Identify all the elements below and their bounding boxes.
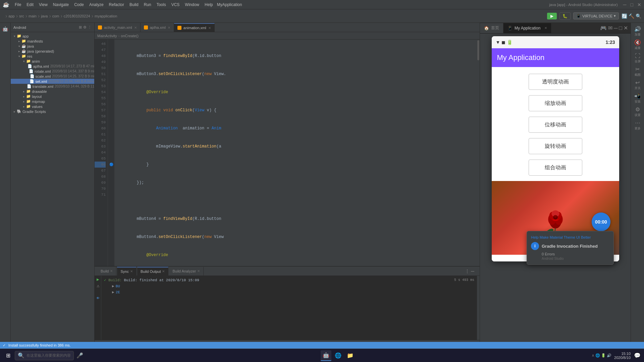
build-tab-analyzer[interactable]: Build Analyzer ✕ [169,267,204,276]
browser-tab-app[interactable]: 📱 My Application ✕ [503,23,551,33]
tree-item-rotate-xml[interactable]: ▸ 📄 rotate.xml 2020/8/10 14:54, 337 B 9 … [11,69,94,74]
tab-close-activity[interactable]: ✕ [134,26,137,29]
notification-icon: i [531,242,539,250]
toolbar-action-2[interactable]: 🔨 [629,13,634,19]
tree-item-drawable[interactable]: ▸ 📁 drawable [11,89,94,94]
menu-item-vcs[interactable]: VCS [169,2,182,8]
breadcrumb-mainactivity[interactable]: MainActivity [97,34,117,38]
build-panel-minimize-icon[interactable]: ─ [471,268,474,274]
taskbar-start[interactable]: ⊞ [3,350,13,361]
code-content[interactable]: mButton3 = findViewById(R.id.button mBut… [115,40,477,266]
app-tab-close[interactable]: ✕ [544,26,547,30]
right-icon-screenshot[interactable]: ✂ 截图 [632,66,644,78]
build-eye-icon[interactable]: 👁 [95,295,101,301]
build-tab-sync[interactable]: Sync ✕ [117,267,136,276]
maximize-button[interactable]: □ [631,2,633,7]
btn-alpha[interactable]: 透明度动画 [529,74,582,90]
preview-icon-2[interactable]: ✉ [608,25,612,31]
build-scrollbar[interactable] [477,276,480,340]
run-button[interactable]: ▶ [547,13,557,19]
device-selector[interactable]: 📱 VIRTUAL DEVICE ▾ [573,12,619,19]
sidebar-expand-icon[interactable]: ⊞ [79,25,82,29]
sidebar-more-icon[interactable]: ⋮ [88,25,92,29]
build-tab-close-output[interactable]: ✕ [162,269,165,273]
minimize-button[interactable]: ─ [623,2,627,7]
help-link-area[interactable]: Help Make Material Theme UI Better [531,235,609,239]
right-icon-install[interactable]: 📲 安装 [632,93,644,105]
preview-icon-1[interactable]: 🎮 [600,25,607,31]
right-icon-back[interactable]: ↩ 开关 [632,79,644,91]
taskbar-chrome[interactable]: 🌐 [333,350,343,361]
build-panel-more-icon[interactable]: ⋮ [465,268,470,274]
tab-activity-main[interactable]: activity_main.xml ✕ [95,23,141,32]
build-tab-output[interactable]: Build Output ✕ [137,267,169,276]
btn-combo[interactable]: 组合动画 [529,160,582,176]
menu-item-code[interactable]: Code [71,2,87,8]
menu-item-view[interactable]: View [36,2,50,8]
btn-rotate[interactable]: 旋转动画 [529,138,582,154]
tree-item-app[interactable]: ▾ 📁 app [11,34,94,39]
tree-item-set-xml[interactable]: ▸ 📄 set.xml 2020/8/10 15:04, 546 B A min… [11,79,94,84]
tree-item-translate-xml[interactable]: ▸ 📄 translate.xml 2020/8/10 14:44, 329 B… [11,84,94,89]
tree-item-manifests[interactable]: ▸ 📁 manifests [11,39,94,44]
vertical-scrollbar[interactable] [477,40,480,266]
taskbar-folder[interactable]: 📁 [345,350,356,361]
tree-item-aplha-xml[interactable]: ▸ 📄 aplha.xml 2020/8/10 14:17, 273 B 47 … [11,64,94,69]
menu-item-refactor[interactable]: Refactor [106,2,127,8]
sidebar-settings-icon[interactable]: ⚙ [83,25,87,29]
menu-item-file[interactable]: File [12,2,24,8]
close-button[interactable]: ✕ [637,2,641,7]
btn-translate[interactable]: 位移动画 [529,117,582,133]
breadcrumb-oncreate[interactable]: onCreate() [121,34,139,38]
right-icon-more[interactable]: ⋯ 更多 [632,119,644,131]
menu-item-analyze[interactable]: Analyze [87,2,106,8]
preview-maximize[interactable]: □ [619,25,622,31]
tree-item-java[interactable]: ▾ ☕ java [11,44,94,49]
tab-close-aplha[interactable]: ✕ [168,26,170,29]
xml-tab-icon-2 [144,25,148,29]
notification-tray[interactable]: 💬 [633,352,641,360]
right-icon-settings[interactable]: ⚙ 设置 [632,106,644,118]
menu-item-edit[interactable]: Edit [24,2,36,8]
taskbar-cortana[interactable]: 🎤 [75,351,85,360]
preview-minimize[interactable]: ─ [614,25,618,31]
menu-item-build[interactable]: Build [127,2,141,8]
menu-item-run[interactable]: Run [141,2,154,8]
android-icon[interactable]: 🤖 [1,24,10,34]
build-scroll-arrow[interactable]: ▶ [112,283,114,289]
tab-close-animation[interactable]: ✕ [208,26,211,30]
tree-item-res[interactable]: ▾ 📁 res [11,54,94,59]
right-icon-fullscreen[interactable]: ⛶ 全屏 [632,52,644,64]
toolbar-action-3[interactable]: 🔍 [636,13,641,19]
tab-animation[interactable]: animation.xml ✕ [174,23,215,32]
wifi-icon: ▼ [496,40,500,45]
menu-item-tools[interactable]: Tools [154,2,169,8]
build-run-icon[interactable]: ▶ [95,276,101,283]
btn-scale[interactable]: 缩放动画 [529,95,582,111]
tree-item-values[interactable]: ▸ 📁 values [11,104,94,109]
tab-aplha[interactable]: aplha.xml ✕ [141,23,174,32]
timer-badge[interactable]: 00:00 [592,213,610,231]
debug-button[interactable]: 🐛 [559,12,571,20]
menu-item-help[interactable]: Help [202,2,216,8]
build-scroll-arrow-2[interactable]: ▶ [112,289,114,295]
build-tab-build[interactable]: Build ✕ [97,267,116,276]
tree-item-mipmap[interactable]: ▸ 📁 mipmap [11,99,94,104]
build-tab-close-build[interactable]: ✕ [130,269,133,273]
build-tab-close-analyzer[interactable]: ✕ [197,269,200,273]
taskbar-android-studio[interactable]: 🤖 [321,350,331,361]
tree-item-gradle[interactable]: ▸ 🐘 Gradle Scripts [11,109,94,114]
right-icon-volume-up[interactable]: 🔊 加量 [632,25,644,38]
taskbar-search[interactable]: 🔍 在这里输入你要搜索的内容 [15,351,74,360]
right-icon-volume-down[interactable]: 🔇 减量 [632,39,644,51]
preview-close[interactable]: ✕ [624,25,628,31]
tree-item-java-generated[interactable]: ▸ ☕ java (generated) [11,49,94,54]
build-tab-close-sync[interactable]: ✕ [110,269,113,273]
menu-item-navigate[interactable]: Navigate [50,2,71,8]
toolbar-action-1[interactable]: 🔄 [622,13,627,19]
browser-tab-home[interactable]: 🏠 首页 [480,23,503,33]
tree-item-anim[interactable]: ▾ 📁 anim [11,59,94,64]
tree-item-scale-xml[interactable]: ▸ 📄 scale.xml 2020/8/10 14:25, 372 B 9 m… [11,74,94,79]
tree-item-layout[interactable]: ▸ 📁 layout [11,94,94,99]
menu-item-window[interactable]: Window [182,2,202,8]
